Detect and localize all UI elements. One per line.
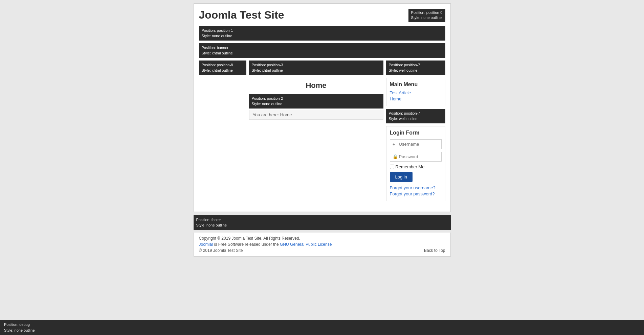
footer-line1: Position: footer bbox=[196, 217, 448, 223]
banner-line2: Style: xhtml outline bbox=[202, 50, 443, 56]
position7top-line2: Style: well outline bbox=[389, 68, 443, 73]
position7bottom-bar: Position: position-7 Style: well outline bbox=[386, 109, 445, 123]
position7bottom-line1: Position: position-7 bbox=[389, 111, 443, 116]
page-heading: Home bbox=[249, 81, 383, 90]
login-button[interactable]: Log in bbox=[390, 172, 413, 182]
breadcrumb: You are here: Home bbox=[249, 110, 383, 120]
header-row: Joomla Test Site Position: position-0 St… bbox=[199, 9, 445, 22]
main-menu-title: Main Menu bbox=[390, 81, 442, 88]
forgot-password-link[interactable]: Forgot your password? bbox=[390, 191, 442, 196]
debug-line1: Position: debug bbox=[4, 322, 640, 328]
three-col-layout: Position: position-8 Style: xhtml outlin… bbox=[199, 61, 445, 204]
position2-line1: Position: position-2 bbox=[252, 96, 381, 101]
footer-line2: Style: none outline bbox=[196, 222, 448, 228]
position7top-bar: Position: position-7 Style: well outline bbox=[386, 61, 445, 75]
content-area: Home Position: position-2 Style: none ou… bbox=[249, 78, 383, 126]
login-form-module: Login Form ● 🔒 Remember Me bbox=[386, 126, 445, 201]
position8-line2: Style: xhtml outline bbox=[202, 68, 244, 73]
back-to-top-link[interactable]: Back to Top bbox=[424, 248, 445, 253]
position1-line1: Position: position-1 bbox=[202, 28, 443, 33]
position3-line2: Style: xhtml outline bbox=[252, 68, 381, 73]
joomla-link[interactable]: Joomla! bbox=[199, 242, 213, 247]
username-input[interactable] bbox=[390, 139, 442, 149]
forgot-username-link[interactable]: Forgot your username? bbox=[390, 185, 442, 190]
debug-line2: Style: none outline bbox=[4, 328, 640, 333]
remember-me-checkbox[interactable] bbox=[390, 165, 394, 169]
site-title: Joomla Test Site bbox=[199, 9, 284, 21]
footer-content: Copyright © 2019 Joomla Test Site. All R… bbox=[194, 233, 451, 257]
left-column: Position: position-8 Style: xhtml outlin… bbox=[199, 61, 246, 204]
password-wrapper: 🔒 bbox=[390, 152, 442, 162]
banner-line1: Position: banner bbox=[202, 45, 443, 51]
position2-bar: Position: position-2 Style: none outline bbox=[249, 94, 383, 109]
position0-line2: Style: none outline bbox=[411, 15, 443, 20]
position0-line1: Position: position-0 bbox=[411, 10, 443, 15]
position7bottom-line2: Style: well outline bbox=[389, 116, 443, 122]
main-menu-module: Main Menu Test Article Home bbox=[386, 78, 445, 106]
copyright-text: Copyright © 2019 Joomla Test Site. All R… bbox=[199, 236, 445, 241]
right-column: Position: position-7 Style: well outline… bbox=[386, 61, 445, 204]
position1-line2: Style: none outline bbox=[202, 33, 443, 39]
footer-section: Position: footer Style: none outline Cop… bbox=[194, 215, 451, 257]
position0-badge: Position: position-0 Style: none outline bbox=[408, 9, 445, 22]
position3-line1: Position: position-3 bbox=[252, 62, 381, 68]
position7top-line1: Position: position-7 bbox=[389, 62, 443, 68]
debug-bar: Position: debug Style: none outline bbox=[0, 320, 644, 335]
footer-bottom-row: © 2019 Joomla Test Site Back to Top bbox=[199, 248, 445, 253]
remember-me-label: Remember Me bbox=[396, 164, 425, 169]
main-menu-body: Main Menu Test Article Home bbox=[386, 78, 445, 106]
footer-bar: Position: footer Style: none outline bbox=[194, 215, 451, 230]
main-container: Joomla Test Site Position: position-0 St… bbox=[194, 3, 451, 212]
license-link[interactable]: GNU General Public License bbox=[280, 242, 332, 247]
user-icon: ● bbox=[393, 142, 395, 147]
banner-bar: Position: banner Style: xhtml outline bbox=[199, 43, 445, 58]
center-column: Position: position-3 Style: xhtml outlin… bbox=[249, 61, 383, 204]
menu-link-home[interactable]: Home bbox=[390, 96, 442, 101]
joomla-license-text: Joomla! is Free Software released under … bbox=[199, 242, 445, 247]
position8-bar: Position: position-8 Style: xhtml outlin… bbox=[199, 61, 246, 75]
position2-line2: Style: none outline bbox=[252, 101, 381, 107]
menu-link-test-article[interactable]: Test Article bbox=[390, 90, 442, 95]
position3-bar: Position: position-3 Style: xhtml outlin… bbox=[249, 61, 383, 75]
footer-year: © 2019 Joomla Test Site bbox=[199, 248, 243, 253]
login-form-body: Login Form ● 🔒 Remember Me bbox=[386, 126, 445, 201]
position1-bar: Position: position-1 Style: none outline bbox=[199, 26, 445, 41]
remember-me-row: Remember Me bbox=[390, 164, 442, 169]
login-form-title: Login Form bbox=[390, 130, 442, 136]
username-wrapper: ● bbox=[390, 139, 442, 149]
position8-line1: Position: position-8 bbox=[202, 62, 244, 68]
lock-icon: 🔒 bbox=[393, 154, 398, 159]
